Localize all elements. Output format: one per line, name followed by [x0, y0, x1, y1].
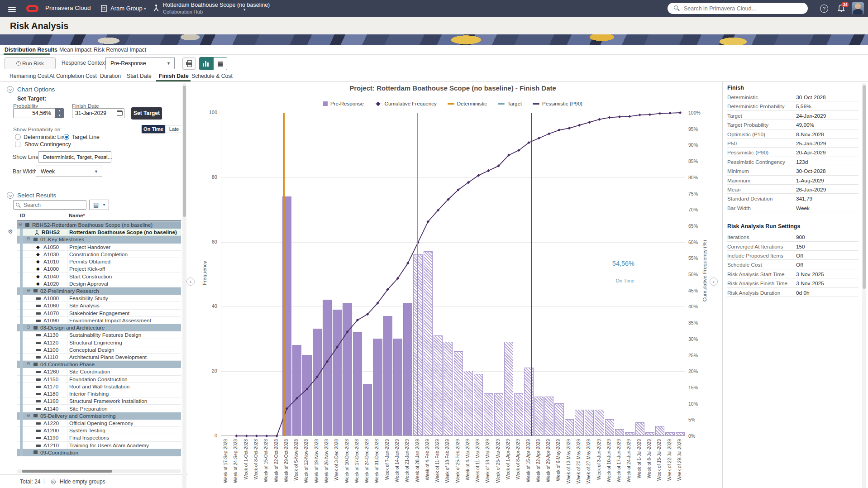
run-risk-analysis-button[interactable]: Run Risk Analysis... [5, 57, 56, 69]
project-caret-icon[interactable]: ▾ [243, 7, 246, 12]
group-icon [33, 289, 38, 292]
tree-row[interactable]: A1110Architectural Plans Development [17, 354, 181, 361]
tree-row[interactable]: A1190Final Inspections [17, 434, 181, 441]
collapse-right-panel-button[interactable]: › [710, 277, 718, 286]
results-search-input[interactable] [24, 201, 85, 209]
org-selector[interactable]: Aram Group [110, 5, 143, 12]
collapse-section-icon[interactable] [7, 86, 14, 93]
tree-row[interactable]: A1170Roof and Wall Installation [17, 383, 181, 390]
tab-mean-impact[interactable]: Mean Impact [59, 47, 91, 53]
decorative-banner [0, 34, 868, 45]
hide-empty-groups-icon[interactable]: ◎ [51, 478, 56, 485]
tree-row[interactable]: A1120Structural Engineering [17, 339, 181, 346]
org-caret-icon[interactable]: ▾ [144, 6, 146, 11]
probability-stepper[interactable]: ▲▼ [55, 108, 64, 118]
tree-group-row[interactable]: ⊖01-Key Milestones [17, 236, 181, 243]
collapse-icon[interactable]: ⊖ [18, 221, 22, 227]
subtab-at-completion-cost[interactable]: At Completion Cost [49, 73, 97, 79]
tree-row[interactable]: A1210Training for Users Aram Academy [17, 442, 181, 449]
probability-input[interactable] [13, 108, 55, 118]
show-contingency-checkbox[interactable] [15, 142, 20, 147]
tree-row[interactable]: A1220Official Opening Ceremony [17, 420, 181, 427]
tree-row[interactable]: A1200System Testing [17, 427, 181, 434]
chart-view-button[interactable] [200, 57, 214, 70]
show-lines-select[interactable]: Deterministic, Target, Pessi...▼ [38, 151, 111, 163]
tree-row[interactable]: A1160Structural Framework Installation [17, 397, 181, 405]
deterministic-line-radio[interactable] [15, 134, 21, 140]
tree-row[interactable]: A1090Environmental Impact Assessment [17, 317, 181, 324]
tree-row[interactable]: ◆A1000Project Kick-off [17, 265, 181, 273]
right-panel-scrollbar[interactable] [862, 83, 866, 488]
bar-width-select[interactable]: Week▼ [36, 166, 102, 177]
subtab-duration[interactable]: Duration [100, 73, 121, 79]
menu-icon[interactable] [8, 5, 16, 14]
global-search[interactable] [668, 3, 808, 14]
tab-distribution-results[interactable]: Distribution Results [5, 47, 57, 53]
tab-risk-removal-impact[interactable]: Risk Removal Impact [94, 47, 146, 53]
chart-options-header[interactable]: Chart Options [17, 86, 55, 93]
step-up-icon[interactable]: ▲ [55, 108, 64, 113]
tree-group-row[interactable]: ⊖02-Preliminary Research [17, 287, 181, 295]
user-avatar[interactable] [852, 2, 864, 14]
help-icon[interactable]: ? [820, 5, 828, 13]
table-view-button[interactable]: ▦ [214, 57, 227, 70]
collapse-icon[interactable]: ⊖ [26, 324, 30, 330]
tree-group-row[interactable]: 09-Coordination [17, 449, 181, 456]
subtab-start-date[interactable]: Start Date [127, 73, 152, 79]
response-context-select[interactable]: Pre-Response▼ [105, 57, 175, 69]
set-target-button[interactable]: Set Target [131, 107, 162, 120]
y-axis-tick: 20 [203, 368, 217, 373]
collapse-icon[interactable]: ⊖ [26, 236, 30, 242]
collapse-left-panel-button[interactable]: ‹ [186, 277, 195, 286]
tree-row[interactable]: ◆A1030Construction Completion [17, 251, 181, 258]
tree-row[interactable]: ◆A1050Project Handover [17, 244, 181, 251]
hide-empty-groups-button[interactable]: Hide empty groups [60, 478, 105, 485]
deterministic-line-radio-label[interactable]: Deterministic Line [24, 134, 68, 140]
gear-icon[interactable]: ⚙ [8, 228, 13, 235]
bar-width-label: Bar Width [13, 168, 37, 175]
global-search-input[interactable] [684, 3, 801, 14]
tree-row[interactable]: A1180Interior Finishing [17, 390, 181, 397]
show-contingency-label[interactable]: Show Contingency [24, 141, 71, 148]
on-time-toggle[interactable]: On Time [142, 125, 165, 133]
tree-row[interactable]: A1130Sustainability Features Design [17, 331, 181, 339]
results-search[interactable] [13, 200, 86, 210]
collapse-icon[interactable]: ⊖ [26, 412, 30, 418]
subtab-schedule-cost[interactable]: Schedule & Cost [191, 73, 233, 79]
tree-row[interactable]: A1060Site Analysis [17, 302, 181, 309]
target-line-radio-label[interactable]: Target Line [72, 134, 100, 140]
collapse-icon[interactable]: ⊖ [26, 287, 30, 293]
tree-group-row[interactable]: ⊖RBHS2-Rotterdam Boathouse Scope (no bas… [17, 221, 181, 229]
legend-line-icon [533, 103, 539, 105]
project-title[interactable]: Rotterdam Boathouse Scope (no baseline) [163, 2, 270, 8]
tree-row[interactable]: A1100Conceptual Design [17, 346, 181, 354]
column-id[interactable]: ID [20, 213, 25, 218]
tree-row[interactable]: ◆A1040Start Construction [17, 273, 181, 280]
calendar-icon[interactable] [117, 110, 123, 116]
print-button[interactable] [182, 57, 196, 70]
tree-row[interactable]: A1150Foundation Construction [17, 376, 181, 383]
view-options-button[interactable]: ▤▼ [89, 200, 109, 210]
tree-row[interactable]: RBHS2Rotterdam Boathouse Scope (no basel… [17, 229, 181, 236]
step-down-icon[interactable]: ▼ [55, 113, 64, 118]
tree-group-row[interactable]: ⊖05-Delivery and Commissioning [17, 412, 181, 420]
tree-indent-guide [20, 229, 23, 456]
tree-row[interactable]: ◆A1020Design Approval [17, 280, 181, 287]
tree-horizontal-scrollbar[interactable] [17, 469, 181, 473]
late-toggle[interactable]: Late [165, 125, 183, 133]
collapse-section-icon[interactable] [7, 192, 14, 199]
subtab-finish-date[interactable]: Finish Date [159, 73, 189, 79]
collapse-icon[interactable]: ⊖ [26, 361, 30, 367]
column-name[interactable]: Name* [69, 213, 85, 218]
left-panel-scrollbar[interactable] [182, 83, 186, 488]
tree-row[interactable]: A1080Feasibility Study [17, 295, 181, 302]
tree-row[interactable]: A1260Site Coordination [17, 368, 181, 375]
tree-row[interactable]: A1140Site Preparation [17, 405, 181, 412]
target-line-radio[interactable] [63, 134, 69, 140]
tree-row[interactable]: ◆A1010Permits Obtained [17, 258, 181, 265]
select-results-header[interactable]: Select Results [17, 192, 56, 199]
tree-group-row[interactable]: ⊖03-Design and Architecture [17, 324, 181, 331]
subtab-remaining-cost[interactable]: Remaining Cost [10, 73, 49, 79]
tree-row[interactable]: A1070Stakeholder Engagement [17, 310, 181, 317]
tree-group-row[interactable]: ⊖04-Construction Phase [17, 361, 181, 368]
